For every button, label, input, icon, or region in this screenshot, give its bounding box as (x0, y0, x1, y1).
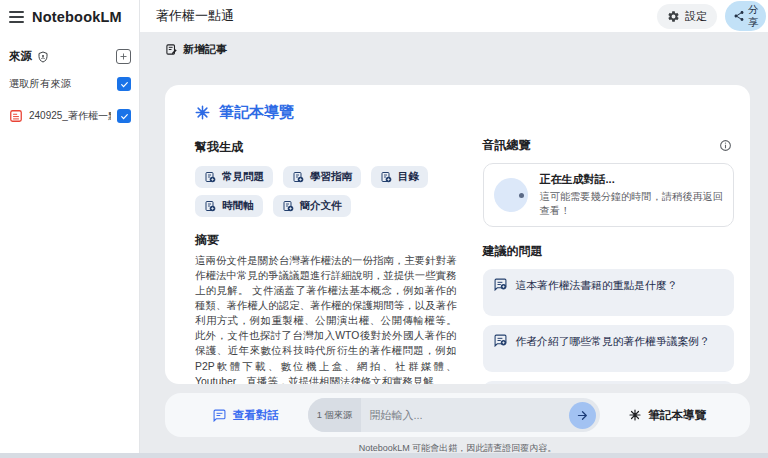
pdf-icon (9, 109, 23, 123)
note-add-icon (292, 171, 304, 183)
add-note-label: 新增記事 (183, 42, 227, 57)
sources-label: 來源 (9, 49, 32, 64)
share-icon (733, 10, 745, 22)
audio-status: 正在生成對話... 這可能需要幾分鐘的時間，請稍後再返回查看！ (540, 172, 723, 218)
share-label: 分享 (748, 3, 760, 28)
summary-text: 這兩份文件是關於台灣著作權法的一份指南，主要針對著作權法中常見的爭議議題進行詳細… (195, 253, 457, 384)
check-icon (120, 80, 129, 89)
notebook-guide-label: 筆記本導覽 (649, 408, 707, 423)
app-title: NotebookLM (32, 9, 122, 25)
brand-row: NotebookLM (0, 0, 139, 37)
note-add-icon (204, 200, 216, 212)
guide-left-column: 幫我生成 常見問題 學習指南 (195, 122, 457, 384)
content-area: 新增記事 筆記本導覽 幫我生成 常見問題 (140, 32, 768, 458)
share-button[interactable]: 分享 (725, 1, 766, 30)
note-add-icon (204, 171, 216, 183)
edit-note-icon (165, 43, 178, 56)
settings-button[interactable]: 設定 (657, 4, 717, 29)
spinner-dot (519, 193, 524, 198)
generate-heading: 幫我生成 (195, 139, 457, 156)
generate-buttons: 常見問題 學習指南 目錄 (195, 166, 457, 217)
guide-title: 筆記本導覽 (219, 103, 294, 122)
source-checkbox[interactable] (117, 109, 131, 123)
select-all-label: 選取所有來源 (9, 77, 71, 91)
question-chat-icon (494, 334, 507, 347)
chat-bar: 查看對話 1 個來源 筆記本導覽 (165, 393, 750, 437)
view-chat-button[interactable]: 查看對話 (213, 408, 279, 423)
gear-icon (667, 10, 680, 23)
chat-icon (213, 409, 226, 422)
audio-overview-header: 音訊總覽 (483, 137, 734, 154)
generate-button-label: 學習指南 (310, 170, 352, 184)
notebook-guide-card: 筆記本導覽 幫我生成 常見問題 學習指南 (165, 85, 750, 384)
source-file-name: 240925_著作權一點通... (29, 109, 111, 123)
question-chat-icon (494, 278, 507, 291)
info-icon[interactable] (719, 139, 732, 152)
add-source-button[interactable] (116, 49, 131, 64)
send-button[interactable] (569, 402, 596, 429)
chat-input-pill: 1 個來源 (308, 398, 600, 432)
generate-briefing-button[interactable]: 簡介文件 (273, 195, 351, 217)
sources-header: 來源 (0, 37, 139, 70)
check-icon (120, 112, 129, 121)
send-arrow-icon (576, 409, 589, 422)
summary-heading: 摘要 (195, 232, 457, 249)
settings-label: 設定 (685, 9, 707, 24)
notebook-title: 著作權一點通 (156, 7, 649, 25)
menu-icon[interactable] (9, 11, 24, 22)
plus-icon (119, 52, 128, 61)
notebook-guide-button[interactable]: 筆記本導覽 (629, 408, 707, 423)
guide-title-row: 筆記本導覽 (195, 100, 734, 122)
generate-button-label: 目錄 (398, 170, 419, 184)
sparkle-icon (629, 409, 641, 421)
generate-toc-button[interactable]: 目錄 (371, 166, 428, 188)
generate-button-label: 時間軸 (222, 199, 254, 213)
loading-spinner (494, 178, 528, 212)
suggested-question-3[interactable]: 台灣的著作權法是如何規範網路著作利用的？ (483, 381, 734, 384)
generate-faq-button[interactable]: 常見問題 (195, 166, 273, 188)
source-item[interactable]: 240925_著作權一點通... (0, 98, 139, 134)
note-add-icon (282, 200, 294, 212)
sparkle-icon (195, 105, 210, 120)
topbar: 著作權一點通 設定 分享 (140, 0, 768, 32)
source-count-badge: 1 個來源 (308, 398, 362, 432)
select-all-row: 選取所有來源 (0, 70, 139, 98)
guide-columns: 幫我生成 常見問題 學習指南 (195, 122, 734, 376)
suggested-questions-heading: 建議的問題 (483, 243, 734, 260)
suggested-question-2[interactable]: 作者介紹了哪些常見的著作權爭議案例？ (483, 325, 734, 372)
question-text: 作者介紹了哪些常見的著作權爭議案例？ (516, 334, 710, 348)
sources-sidebar: NotebookLM 來源 選取所有來源 240925_著作權一點通... (0, 0, 140, 458)
audio-generating-card: 正在生成對話... 這可能需要幾分鐘的時間，請稍後再返回查看！ (483, 163, 734, 227)
badge-icon (37, 51, 49, 63)
question-text: 這本著作權法書籍的重點是什麼？ (516, 278, 678, 292)
main-area: 著作權一點通 設定 分享 新增記事 筆記本導覽 (140, 0, 768, 458)
select-all-checkbox[interactable] (117, 77, 131, 91)
chat-input[interactable] (361, 409, 568, 421)
generate-timeline-button[interactable]: 時間軸 (195, 195, 263, 217)
notebooklm-app: NotebookLM 來源 選取所有來源 240925_著作權一點通... (0, 0, 768, 458)
note-add-icon (380, 171, 392, 183)
generate-study-guide-button[interactable]: 學習指南 (283, 166, 361, 188)
add-note-button[interactable]: 新增記事 (165, 40, 227, 59)
guide-right-column: 音訊總覽 正在生成對話... 這可能需要幾分鐘的時間，請稍後再返回查看！ (483, 122, 734, 384)
generate-button-label: 簡介文件 (300, 199, 342, 213)
view-chat-label: 查看對話 (233, 408, 279, 423)
bottom-edge-strip (0, 453, 768, 458)
suggested-question-1[interactable]: 這本著作權法書籍的重點是什麼？ (483, 269, 734, 316)
audio-overview-heading: 音訊總覽 (483, 137, 531, 154)
audio-status-subtitle: 這可能需要幾分鐘的時間，請稍後再返回查看！ (540, 190, 723, 218)
audio-status-title: 正在生成對話... (540, 172, 723, 187)
generate-button-label: 常見問題 (222, 170, 264, 184)
